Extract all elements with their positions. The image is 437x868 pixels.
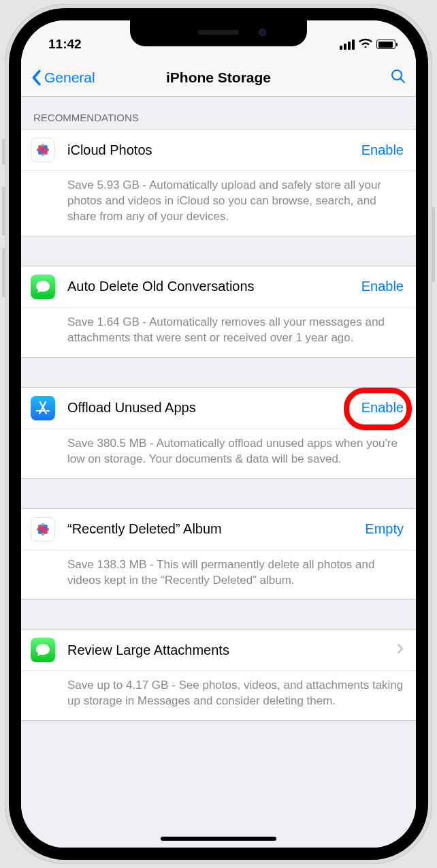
- page-title: iPhone Storage: [166, 69, 271, 86]
- appstore-app-icon: [31, 396, 55, 420]
- back-button[interactable]: General: [31, 69, 95, 86]
- recommendation-row: iCloud Photos Enable Save 5.93 GB - Auto…: [21, 129, 416, 236]
- svg-line-1: [401, 78, 405, 82]
- row-title: iCloud Photos: [67, 142, 361, 158]
- battery-icon: [376, 40, 395, 49]
- section-header: RECOMMENDATIONS: [21, 97, 416, 129]
- chevron-right-icon: [397, 643, 404, 657]
- row-title: Offload Unused Apps: [67, 400, 361, 416]
- photos-app-icon: [31, 138, 55, 162]
- row-title: Review Large Attachments: [67, 642, 397, 658]
- enable-button[interactable]: Enable: [361, 142, 404, 158]
- chevron-left-icon: [31, 69, 42, 86]
- search-icon: [390, 68, 406, 84]
- back-label: General: [44, 69, 95, 86]
- phone-frame: 11:42 General iPhone Storage: [5, 4, 432, 864]
- row-description: Save 1.64 GB - Automatically removes all…: [21, 307, 416, 357]
- messages-app-icon: [31, 275, 55, 299]
- mute-switch[interactable]: [2, 139, 5, 165]
- recommendation-row: Auto Delete Old Conversations Enable Sav…: [21, 266, 416, 357]
- row-description: Save 380.5 MB - Automatically offload un…: [21, 429, 416, 478]
- status-time: 11:42: [48, 37, 82, 52]
- messages-app-icon: [31, 638, 55, 662]
- recommendation-row: Offload Unused Apps Enable Save 380.5 MB…: [21, 387, 416, 478]
- row-title: Auto Delete Old Conversations: [67, 279, 361, 294]
- notch: [130, 20, 307, 46]
- content-scroll[interactable]: RECOMMENDATIONS iCloud Photos Enable Sav…: [21, 97, 416, 848]
- empty-button[interactable]: Empty: [365, 521, 404, 537]
- enable-button[interactable]: Enable: [361, 279, 404, 294]
- power-button[interactable]: [432, 207, 435, 282]
- recommendation-row: “Recently Deleted” Album Empty Save 138.…: [21, 508, 416, 600]
- photos-app-icon: [31, 517, 55, 542]
- volume-down-button[interactable]: [2, 248, 5, 297]
- row-description: Save 138.3 MB - This will permanently de…: [21, 550, 416, 600]
- row-description: Save up to 4.17 GB - See photos, videos,…: [21, 670, 416, 720]
- volume-up-button[interactable]: [2, 187, 5, 236]
- recommendation-row[interactable]: Review Large Attachments Save up to 4.17…: [21, 629, 416, 721]
- home-indicator[interactable]: [161, 837, 276, 841]
- enable-button[interactable]: Enable: [361, 400, 404, 416]
- row-title: “Recently Deleted” Album: [67, 521, 365, 537]
- nav-bar: General iPhone Storage: [21, 59, 416, 97]
- wifi-icon: [359, 37, 372, 51]
- cellular-signal-icon: [340, 40, 355, 50]
- search-button[interactable]: [390, 68, 406, 87]
- row-description: Save 5.93 GB - Automatically upload and …: [21, 170, 416, 236]
